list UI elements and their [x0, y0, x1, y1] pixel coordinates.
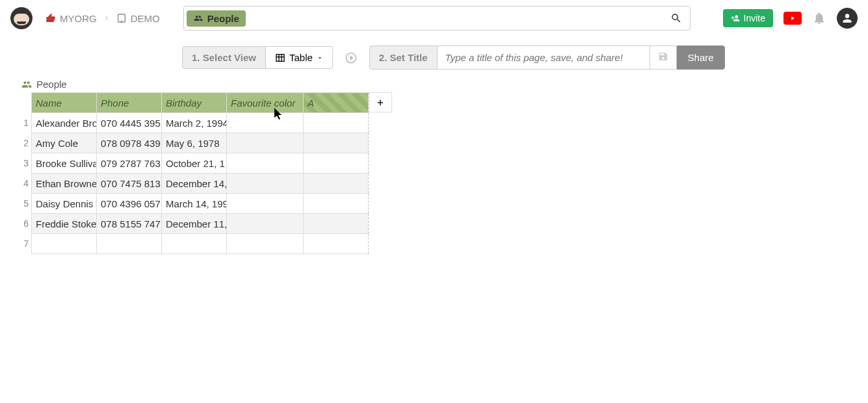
- cell[interactable]: March 14, 199: [162, 194, 227, 214]
- column-header-name[interactable]: Name: [32, 93, 97, 113]
- cell[interactable]: [97, 234, 162, 254]
- row-number[interactable]: 1: [20, 112, 31, 133]
- cell[interactable]: [304, 214, 369, 234]
- table-row: [32, 234, 369, 254]
- cell[interactable]: 078 5155 747: [97, 214, 162, 234]
- people-icon: [193, 14, 204, 23]
- cell[interactable]: [304, 113, 369, 133]
- column-header-phone[interactable]: Phone: [97, 93, 162, 113]
- cell[interactable]: May 6, 1978: [162, 133, 227, 153]
- cell[interactable]: [227, 174, 304, 194]
- save-button[interactable]: [650, 46, 677, 70]
- column-header-favourite-color[interactable]: Favourite color: [227, 93, 304, 113]
- svg-rect-2: [276, 54, 284, 61]
- cell[interactable]: Daisy Dennis: [32, 194, 97, 214]
- invite-label: Invite: [744, 13, 765, 23]
- bell-icon[interactable]: [812, 11, 826, 25]
- cell[interactable]: Alexander Bro: [32, 113, 97, 133]
- sheet-area: People 1 2 3 4 5 6 7 Name Phone Birthday: [0, 79, 868, 254]
- column-header-birthday[interactable]: Birthday: [162, 93, 227, 113]
- row-number[interactable]: 7: [20, 233, 31, 254]
- table-row: Daisy Dennis070 4396 057March 14, 199: [32, 194, 369, 214]
- thumbs-up-icon: [46, 13, 56, 23]
- row-numbers: 1 2 3 4 5 6 7: [20, 92, 31, 254]
- cell[interactable]: [162, 234, 227, 254]
- search-tag-people[interactable]: People: [187, 10, 246, 27]
- chevron-right-icon: [102, 14, 111, 23]
- cell[interactable]: [304, 153, 369, 174]
- data-grid: 1 2 3 4 5 6 7 Name Phone Birthday Favour…: [20, 92, 868, 254]
- table-icon: [275, 53, 285, 63]
- cell[interactable]: Freddie Stoke: [32, 214, 97, 234]
- sheet-title: People: [21, 79, 868, 90]
- search-icon[interactable]: [670, 12, 682, 24]
- user-plus-icon: [731, 14, 740, 23]
- table-view-dropdown[interactable]: Table: [266, 46, 333, 69]
- cell[interactable]: [304, 133, 369, 153]
- table-row: Amy Cole078 0978 439May 6, 1978: [32, 133, 369, 153]
- select-view-label: 1. Select View: [182, 46, 266, 69]
- cell[interactable]: [227, 234, 304, 254]
- topbar: MYORG DEMO People Invite: [0, 0, 868, 36]
- topbar-actions: Invite: [723, 8, 858, 29]
- row-number[interactable]: 6: [20, 213, 31, 233]
- data-table: Name Phone Birthday Favourite color A Al…: [31, 92, 369, 254]
- sheet-title-label: People: [36, 79, 67, 90]
- table-row: Freddie Stoke078 5155 747December 11,: [32, 214, 369, 234]
- cell[interactable]: 079 2787 763: [97, 153, 162, 174]
- breadcrumb: MYORG DEMO: [46, 13, 160, 24]
- cell[interactable]: Amy Cole: [32, 133, 97, 153]
- cell[interactable]: Brooke Sulliva: [32, 153, 97, 174]
- table-row: Ethan Browne070 7475 813December 14,: [32, 174, 369, 194]
- cell[interactable]: [32, 234, 97, 254]
- cell[interactable]: October 21, 1: [162, 153, 227, 174]
- youtube-icon[interactable]: [783, 12, 802, 25]
- cell[interactable]: [227, 113, 304, 133]
- cell[interactable]: 070 7475 813: [97, 174, 162, 194]
- cell[interactable]: [227, 133, 304, 153]
- caret-down-icon: [317, 55, 323, 61]
- app-logo[interactable]: [10, 7, 33, 29]
- row-number[interactable]: 5: [20, 193, 31, 213]
- search-tag-label: People: [207, 13, 239, 24]
- column-header-a[interactable]: A: [304, 93, 369, 113]
- cell[interactable]: [227, 153, 304, 174]
- cell[interactable]: 078 0978 439: [97, 133, 162, 153]
- share-button[interactable]: Share: [677, 46, 725, 70]
- cell[interactable]: March 2, 1994: [162, 113, 227, 133]
- tablet-icon: [116, 13, 127, 23]
- select-view-group: 1. Select View Table: [182, 46, 333, 69]
- cell[interactable]: [227, 214, 304, 234]
- table-row: Brooke Sulliva079 2787 763October 21, 1: [32, 153, 369, 174]
- breadcrumb-page-label: DEMO: [131, 13, 160, 24]
- cell[interactable]: December 14,: [162, 174, 227, 194]
- cell[interactable]: [304, 234, 369, 254]
- cell[interactable]: [227, 194, 304, 214]
- set-title-group: 2. Set Title Share: [369, 46, 725, 70]
- arrow-right-circle-icon: [345, 51, 358, 64]
- cell[interactable]: [304, 194, 369, 214]
- cell[interactable]: [304, 174, 369, 194]
- row-number[interactable]: 2: [20, 133, 31, 153]
- search-bar[interactable]: People: [183, 6, 690, 31]
- breadcrumb-page[interactable]: DEMO: [116, 13, 160, 24]
- table-row: Alexander Bro070 4445 395March 2, 1994: [32, 113, 369, 133]
- cell[interactable]: Ethan Browne: [32, 174, 97, 194]
- avatar[interactable]: [837, 8, 858, 29]
- set-title-label: 2. Set Title: [369, 46, 438, 70]
- cell[interactable]: December 11,: [162, 214, 227, 234]
- row-number[interactable]: 4: [20, 173, 31, 193]
- save-icon: [658, 51, 668, 62]
- breadcrumb-org[interactable]: MYORG: [46, 13, 97, 24]
- row-number[interactable]: 3: [20, 153, 31, 173]
- table-label: Table: [289, 52, 313, 63]
- cell[interactable]: 070 4396 057: [97, 194, 162, 214]
- title-input[interactable]: [438, 46, 650, 70]
- invite-button[interactable]: Invite: [723, 9, 773, 27]
- breadcrumb-org-label: MYORG: [60, 13, 97, 24]
- cell[interactable]: 070 4445 395: [97, 113, 162, 133]
- view-toolbar: 1. Select View Table 2. Set Title Share: [0, 36, 868, 79]
- people-icon: [21, 79, 33, 90]
- add-column-button[interactable]: +: [369, 92, 392, 112]
